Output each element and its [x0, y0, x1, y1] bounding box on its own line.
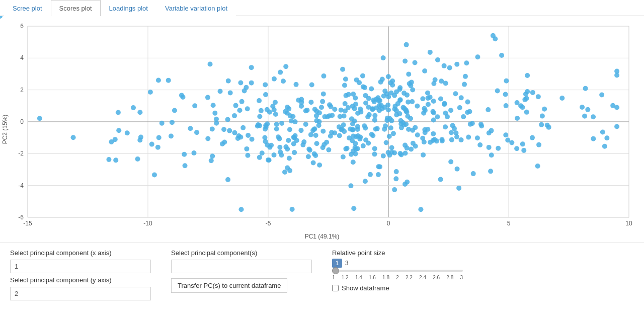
svg-point-504	[418, 207, 423, 212]
svg-point-257	[580, 105, 585, 110]
svg-point-181	[308, 100, 313, 105]
show-dataframe-checkbox[interactable]	[332, 285, 339, 291]
svg-point-102	[349, 116, 354, 121]
svg-point-56	[257, 155, 262, 160]
svg-point-413	[488, 169, 493, 174]
svg-point-358	[272, 76, 277, 82]
svg-point-330	[438, 96, 443, 101]
svg-point-64	[409, 147, 414, 152]
svg-text:-2: -2	[18, 150, 24, 157]
tab-scree[interactable]: Scree plot	[4, 0, 51, 16]
svg-point-69	[504, 78, 509, 84]
svg-point-441	[614, 124, 619, 129]
show-dataframe-label[interactable]: Show dataframe	[342, 284, 389, 292]
svg-point-262	[353, 96, 358, 101]
svg-point-386	[232, 130, 237, 135]
svg-point-420	[249, 65, 254, 70]
svg-point-436	[389, 91, 394, 96]
svg-point-249	[410, 99, 415, 104]
svg-point-515	[281, 78, 286, 84]
svg-text:-4: -4	[18, 182, 24, 189]
svg-text:-15: -15	[23, 220, 32, 227]
svg-point-473	[404, 109, 409, 114]
svg-point-377	[535, 164, 540, 169]
svg-point-204	[152, 173, 157, 178]
svg-point-228	[406, 71, 411, 76]
svg-point-528	[384, 140, 389, 145]
svg-point-289	[272, 152, 277, 157]
svg-point-252	[397, 85, 403, 90]
svg-point-271	[303, 122, 308, 127]
svg-point-360	[328, 104, 333, 109]
svg-point-302	[372, 113, 377, 118]
svg-point-176	[290, 207, 295, 212]
svg-point-70	[182, 152, 187, 157]
svg-point-331	[292, 135, 297, 140]
svg-point-275	[394, 169, 399, 174]
svg-point-501	[255, 124, 260, 129]
svg-point-173	[257, 98, 262, 103]
svg-point-305	[263, 139, 268, 144]
y-axis-label: Select principal component (y axis)	[10, 276, 151, 284]
svg-point-164	[381, 153, 386, 158]
pc-select-input[interactable]	[171, 260, 312, 273]
svg-point-518	[411, 141, 416, 146]
tab-variation[interactable]: Variable variation plot	[156, 0, 236, 16]
y-axis-input[interactable]	[10, 287, 151, 300]
svg-point-248	[420, 96, 425, 101]
tab-scores[interactable]: Scores plot	[51, 0, 101, 16]
svg-point-258	[397, 111, 402, 116]
svg-point-190	[499, 53, 504, 58]
svg-point-259	[353, 102, 358, 107]
svg-point-37	[250, 137, 255, 142]
svg-point-317	[259, 108, 264, 113]
svg-point-423	[409, 80, 414, 85]
svg-point-526	[166, 78, 171, 83]
svg-point-61	[464, 60, 469, 65]
svg-point-33	[448, 108, 453, 113]
svg-point-311	[599, 92, 604, 97]
point-size-group: Relative point size 1 3 1 1.2 1.4 1.6 1.…	[332, 249, 463, 292]
svg-point-408	[309, 82, 314, 87]
svg-point-381	[397, 98, 403, 103]
x-axis-input[interactable]	[10, 260, 151, 273]
svg-point-47	[225, 117, 230, 122]
svg-text:-10: -10	[143, 220, 152, 227]
point-size-slider[interactable]	[332, 270, 463, 272]
svg-point-129	[210, 126, 215, 131]
svg-point-476	[376, 172, 381, 177]
svg-point-281	[559, 96, 565, 101]
svg-point-391	[306, 154, 311, 159]
svg-point-439	[346, 105, 351, 110]
svg-point-487	[405, 93, 410, 98]
svg-point-495	[435, 114, 440, 119]
svg-text:PC2 (15%): PC2 (15%)	[2, 115, 9, 144]
svg-point-147	[426, 102, 431, 107]
svg-point-385	[468, 122, 473, 127]
svg-point-435	[149, 142, 154, 147]
svg-text:PC1 (49.1%): PC1 (49.1%)	[305, 233, 340, 240]
svg-point-496	[301, 139, 306, 144]
svg-point-365	[283, 109, 288, 114]
svg-point-479	[456, 186, 461, 191]
svg-point-406	[432, 137, 437, 142]
svg-point-449	[214, 117, 219, 122]
transfer-button[interactable]: Transfer PC(s) to current dataframe	[171, 278, 287, 293]
svg-point-295	[238, 207, 244, 212]
svg-point-522	[279, 121, 284, 126]
svg-point-293	[289, 118, 294, 123]
svg-point-82	[520, 141, 525, 146]
controls-panel: Select principal component (x axis) Sele…	[0, 243, 644, 306]
svg-point-188	[496, 146, 501, 151]
svg-point-523	[353, 141, 358, 146]
svg-point-484	[329, 130, 334, 135]
svg-point-140	[320, 99, 325, 104]
svg-point-527	[515, 100, 520, 105]
tab-loadings[interactable]: Loadings plot	[101, 0, 156, 16]
svg-point-196	[308, 132, 313, 137]
svg-point-376	[228, 90, 233, 95]
svg-point-470	[358, 107, 363, 112]
svg-point-372	[350, 121, 355, 126]
svg-point-97	[106, 157, 111, 162]
svg-point-414	[404, 42, 409, 47]
